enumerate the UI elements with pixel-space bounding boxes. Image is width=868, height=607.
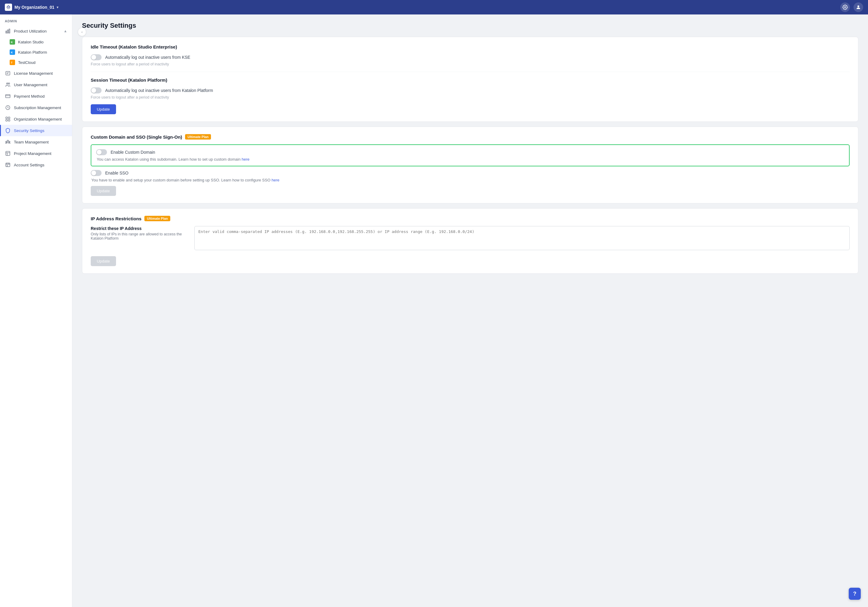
sidebar-item-katalon-platform[interactable]: K Katalon Platform [0,47,72,57]
sidebar-item-project-management[interactable]: Project Management [0,148,72,159]
subscription-icon [5,105,11,111]
svg-point-23 [9,141,10,142]
timeout-update-button[interactable]: Update [91,104,116,114]
sub-items-product: K Katalon Studio K Katalon Platform T Te… [0,37,72,68]
sidebar-item-payment-method[interactable]: Payment Method [0,90,72,102]
sidebar-item-label: Project Management [14,151,51,156]
restrict-label: Restrict these IP Address [91,226,187,231]
org-selector[interactable]: My Organization_01 ▾ [5,4,59,11]
idle-timeout-toggle-label: Automatically log out inactive users fro… [105,55,190,60]
page-title: Security Settings [82,22,858,29]
org-name: My Organization_01 [14,5,54,10]
team-icon [5,139,11,145]
idle-timeout-title: Idle Timeout (Katalon Studio Enterprise) [91,44,849,50]
session-timeout-toggle[interactable] [91,87,102,93]
sso-toggle-label: Enable SSO [105,170,129,175]
sidebar-item-label: Account Settings [14,163,44,167]
session-timeout-toggle-label: Automatically log out inactive users fro… [105,88,213,93]
sidebar-item-label: Katalon Platform [18,50,47,54]
custom-domain-toggle-label: Enable Custom Domain [111,150,155,155]
idle-timeout-toggle-row: Automatically log out inactive users fro… [91,54,849,60]
chart-icon [5,28,11,34]
svg-point-22 [6,141,7,142]
sso-link[interactable]: here [271,178,279,182]
sidebar-item-label: Payment Method [14,94,45,99]
sso-toggle-row: Enable SSO [91,170,849,176]
sidebar-item-team-management[interactable]: Team Management [0,136,72,148]
enable-sso-section: Enable SSO You have to enable and setup … [91,170,849,182]
sidebar: ADMIN Product Utilization ▲ K Katalon St… [0,14,72,607]
ip-restrictions-title: IP Address Restrictions [91,216,141,221]
restrict-desc: Only lists of IPs in this range are allo… [91,232,187,240]
svg-point-12 [7,83,8,84]
svg-rect-14 [6,94,10,98]
sidebar-item-label: License Management [14,71,53,76]
help-button[interactable]: ? [849,588,861,600]
sidebar-item-label: User Management [14,82,47,87]
custom-domain-desc: You can access Katalon using this subdom… [96,157,844,161]
account-icon [5,162,11,168]
custom-domain-link[interactable]: here [242,157,250,161]
payment-icon [5,93,11,99]
sidebar-item-label: Organization Management [14,117,62,121]
sidebar-item-license-management[interactable]: License Management [0,68,72,79]
org-icon [5,116,11,122]
idle-timeout-toggle[interactable] [91,54,102,60]
sidebar-item-organization-management[interactable]: Organization Management [0,113,72,125]
divider [91,72,849,72]
svg-point-13 [8,83,10,84]
ip-input-col [194,226,849,251]
nav-actions [840,2,863,12]
sidebar-item-product-utilization[interactable]: Product Utilization ▲ [0,25,72,37]
ultimate-badge-custom-domain: Ultimate Plan [185,134,211,139]
sidebar-item-label: Team Management [14,140,49,144]
svg-point-21 [7,140,9,142]
ks-icon: K [10,39,15,45]
sidebar-item-testcloud[interactable]: T TestCloud [0,57,72,68]
security-icon [5,127,11,133]
content-wrapper: ‹ Security Settings Idle Timeout (Katalo… [82,22,858,274]
custom-domain-title: Custom Domain and SSO (Single Sign-On) [91,135,182,139]
sidebar-item-account-settings[interactable]: Account Settings [0,159,72,170]
settings-icon[interactable] [840,2,850,12]
svg-rect-9 [6,71,10,75]
session-timeout-toggle-row: Automatically log out inactive users fro… [91,87,849,93]
tc-icon: T [10,60,15,65]
project-icon [5,150,11,156]
svg-rect-5 [9,29,10,33]
custom-domain-update-button: Update [91,186,116,196]
ip-update-wrapper: Update [91,256,849,266]
sidebar-item-katalon-studio[interactable]: K Katalon Studio [0,37,72,47]
app-logo [5,4,12,11]
idle-timeout-card: Idle Timeout (Katalon Studio Enterprise)… [82,37,858,122]
custom-domain-toggle[interactable] [96,149,107,155]
ip-content-row: Restrict these IP Address Only lists of … [91,226,849,251]
svg-rect-24 [6,151,10,155]
top-nav: My Organization_01 ▾ [0,0,868,14]
sidebar-item-label: Security Settings [14,129,44,133]
custom-domain-card: Custom Domain and SSO (Single Sign-On) U… [82,127,858,203]
sidebar-item-security-settings[interactable]: Security Settings [0,125,72,136]
chevron-up-icon: ▲ [64,29,67,33]
kp-icon: K [10,50,15,55]
svg-rect-20 [8,120,10,121]
ip-restrictions-card: IP Address Restrictions Ultimate Plan Re… [82,208,858,274]
session-timeout-title: Session Timeout (Katalon Platform) [91,77,849,82]
svg-point-0 [8,7,9,8]
sidebar-item-label: Katalon Studio [18,40,44,44]
svg-text:T: T [11,61,12,64]
sidebar-item-label: TestCloud [18,60,36,65]
sidebar-toggle-button[interactable]: ‹ [78,28,86,36]
user-avatar[interactable] [854,2,863,12]
svg-text:K: K [11,41,13,44]
svg-point-1 [845,7,846,8]
sidebar-item-label: Subscription Management [14,105,61,110]
sidebar-item-user-management[interactable]: User Management [0,79,72,90]
ip-address-input[interactable] [194,226,849,250]
svg-rect-17 [6,117,7,118]
main-layout: ADMIN Product Utilization ▲ K Katalon St… [0,14,868,607]
sso-desc: You have to enable and setup your custom… [91,178,849,182]
sso-toggle[interactable] [91,170,102,176]
ultimate-badge-ip: Ultimate Plan [144,216,170,221]
sidebar-item-subscription-management[interactable]: Subscription Management [0,102,72,113]
